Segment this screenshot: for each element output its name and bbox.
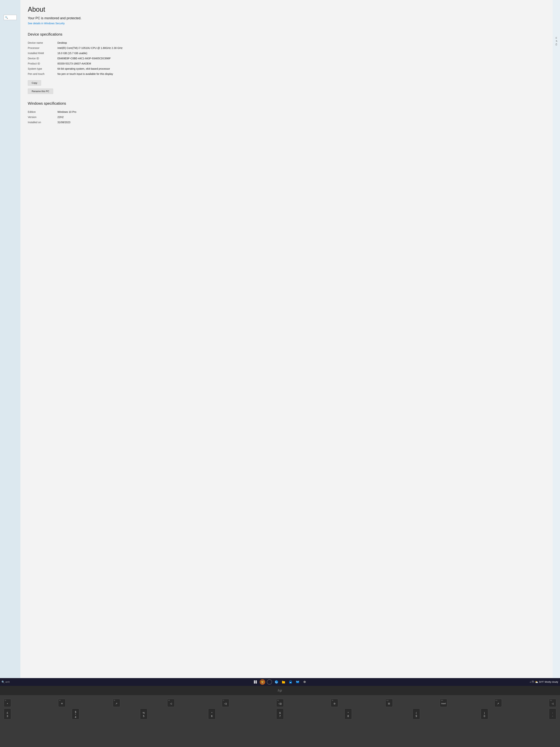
keyboard-fn-key[interactable]: f5↗ xyxy=(113,699,120,707)
keyboard-fn-key[interactable]: f10⊟ xyxy=(385,699,393,707)
table-row: Device nameDesktop xyxy=(28,40,551,45)
table-row: Pen and touchNo pen or touch input is av… xyxy=(28,71,551,77)
keyboard-number-key[interactable]: -- xyxy=(549,709,556,719)
spec-value: Windows 10 Pro xyxy=(57,109,551,114)
table-row: Installed on31/08/2023 xyxy=(28,120,551,125)
keyboard-number-key[interactable]: &7 xyxy=(276,709,284,719)
spec-label: Pen and touch xyxy=(28,71,57,77)
taskbar-explorer-icon[interactable] xyxy=(280,679,287,685)
spec-label: Processor xyxy=(28,45,57,51)
hp-logo-area: hp xyxy=(0,686,560,695)
keyboard-number-key[interactable]: *8 xyxy=(344,709,352,719)
table-row: Installed RAM16.0 GB (15.7 GB usable) xyxy=(28,51,551,56)
action-buttons: Copy Rename this PC xyxy=(28,80,551,96)
keyboard-number-key[interactable]: )0 xyxy=(481,709,488,719)
spec-value: E8469E8F-C0BE-44C1-843F-93465CDC898F xyxy=(57,56,551,61)
taskbar: 🔍 arch 🦁 xyxy=(0,678,560,686)
tray-chevron[interactable]: ∧ xyxy=(530,681,531,683)
spec-label: System type xyxy=(28,66,57,71)
weather-widget[interactable]: ⛅ 54°F Mostly cloudy xyxy=(535,680,558,684)
svg-rect-5 xyxy=(282,681,285,684)
number-key-row: £3$€4%5^6&7*8(9)0-- xyxy=(4,709,556,719)
sidebar-strip: 🔍 xyxy=(0,0,20,686)
table-row: Version22H2 xyxy=(28,114,551,120)
file-explorer-icon xyxy=(282,680,285,684)
right-panel-text-1: Fi xyxy=(555,37,557,38)
spec-label: Installed RAM xyxy=(28,51,57,56)
spec-value: 31/08/2023 xyxy=(57,120,551,125)
spec-value: 16.0 GB (15.7 GB usable) xyxy=(57,51,551,56)
svg-rect-0 xyxy=(254,680,255,682)
keyboard-number-key[interactable]: (9 xyxy=(412,709,420,719)
keyboard-fn-key[interactable]: f12◁ xyxy=(549,699,556,707)
spec-value: 22H2 xyxy=(57,114,551,120)
keyboard-number-key[interactable]: $€4 xyxy=(72,709,79,719)
spec-value: Intel(R) Core(TM) i7-10510U CPU @ 1.80GH… xyxy=(57,45,551,51)
taskbar-mail-icon[interactable] xyxy=(294,679,301,685)
taskbar-center-icons: 🦁 xyxy=(252,679,308,685)
gear-icon xyxy=(303,680,306,684)
right-panel: Fi pr Ch xyxy=(553,0,560,686)
taskbar-start-circle[interactable] xyxy=(266,679,273,685)
keyboard-number-key[interactable]: £3 xyxy=(4,709,11,719)
spec-label: Installed on xyxy=(28,120,57,125)
keyboard-bezel: f3•f4✳f5↗f6◁f7◁)f8◁))f9⊘f10⊟f10insertf11… xyxy=(0,695,560,747)
taskbar-settings-icon[interactable] xyxy=(301,679,308,685)
page-title: About xyxy=(28,5,551,14)
search-box[interactable]: 🔍 xyxy=(4,15,17,20)
fn-key-row: f3•f4✳f5↗f6◁f7◁)f8◁))f9⊘f10⊟f10insertf11… xyxy=(4,699,556,707)
spec-label: Edition xyxy=(28,109,57,114)
edge-icon xyxy=(275,680,278,684)
spec-value: Desktop xyxy=(57,40,551,45)
mail-icon xyxy=(296,680,299,684)
keyboard-fn-key[interactable]: f8◁)) xyxy=(276,699,284,707)
protection-status: Your PC is monitored and protected. xyxy=(28,16,551,20)
svg-rect-1 xyxy=(256,680,257,682)
spec-label: Version xyxy=(28,114,57,120)
keyboard-fn-key[interactable]: f10insert xyxy=(440,699,447,707)
spec-value: No pen or touch input is available for t… xyxy=(57,71,551,77)
keyboard-fn-key[interactable]: f7◁) xyxy=(222,699,229,707)
taskbar-search[interactable]: 🔍 arch xyxy=(1,680,12,684)
spec-label: Device ID xyxy=(28,56,57,61)
tray-notification-icon[interactable]: 🗔 xyxy=(532,681,534,683)
main-content: About Your PC is monitored and protected… xyxy=(20,0,560,678)
spec-label: Device name xyxy=(28,40,57,45)
keyboard-fn-key[interactable]: f4✳ xyxy=(58,699,65,707)
rename-pc-button[interactable]: Rename this PC xyxy=(28,88,53,94)
windows-specs-table: EditionWindows 10 ProVersion22H2Installe… xyxy=(28,109,551,125)
svg-rect-3 xyxy=(256,682,257,684)
taskbar-profile-icon[interactable]: 🦁 xyxy=(259,679,266,685)
spec-value: 00330-53173-16637-AAOEM xyxy=(57,61,551,66)
right-panel-text-2: pr xyxy=(555,40,557,42)
search-icon: 🔍 xyxy=(5,16,8,19)
keyboard-number-key[interactable]: ^6 xyxy=(208,709,216,719)
right-panel-text-3: Ch xyxy=(555,43,557,46)
table-row: EditionWindows 10 Pro xyxy=(28,109,551,114)
keyboard-number-key[interactable]: %5 xyxy=(140,709,148,719)
table-row: Device IDE8469E8F-C0BE-44C1-843F-93465CD… xyxy=(28,56,551,61)
copy-button[interactable]: Copy xyxy=(28,80,41,85)
table-row: ProcessorIntel(R) Core(TM) i7-10510U CPU… xyxy=(28,45,551,51)
taskbar-store-icon[interactable] xyxy=(287,679,294,685)
keyboard-fn-key[interactable]: f6◁ xyxy=(167,699,175,707)
taskbar-search-icon: 🔍 xyxy=(1,680,5,684)
keyboard-fn-key[interactable]: f3• xyxy=(4,699,11,707)
hp-logo: hp xyxy=(278,689,282,693)
windows-specs-title: Windows specifications xyxy=(28,101,551,106)
security-link[interactable]: See details in Windows Security xyxy=(28,22,64,25)
taskbar-search-text: arch xyxy=(5,681,10,683)
taskbar-right: ∧ 🗔 ⛅ 54°F Mostly cloudy xyxy=(530,680,558,684)
cloud-icon: ⛅ xyxy=(535,680,538,684)
spec-label: Product ID xyxy=(28,61,57,66)
device-specs-table: Device nameDesktopProcessorIntel(R) Core… xyxy=(28,40,551,77)
device-specs-title: Device specifications xyxy=(28,32,551,36)
taskbar-icon-taskview[interactable] xyxy=(252,679,259,685)
keyboard-fn-key[interactable]: f9⊘ xyxy=(331,699,338,707)
svg-rect-2 xyxy=(254,682,255,684)
store-icon xyxy=(289,680,292,684)
keyboard-fn-key[interactable]: f11↗ xyxy=(495,699,502,707)
weather-temp: 54°F xyxy=(539,681,544,683)
taskbar-edge-icon[interactable] xyxy=(273,679,280,685)
system-tray: ∧ 🗔 xyxy=(530,681,534,683)
